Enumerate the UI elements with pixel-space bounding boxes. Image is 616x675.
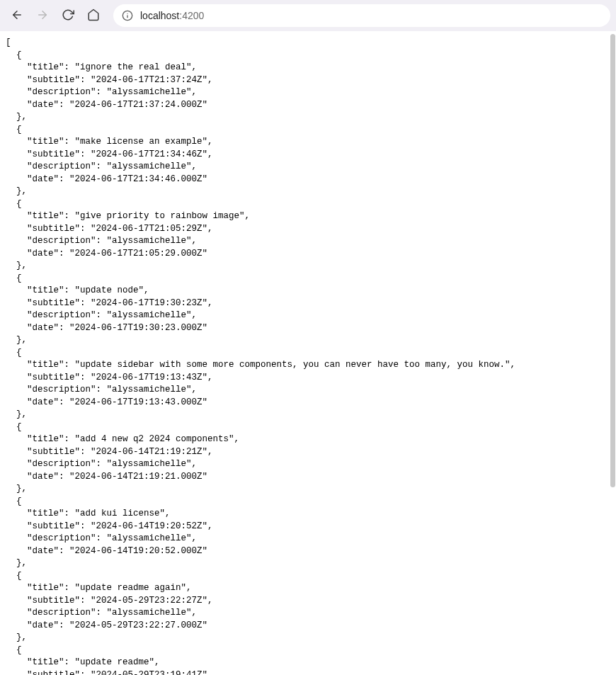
browser-toolbar: localhost:4200 (0, 0, 616, 31)
address-bar[interactable]: localhost:4200 (113, 4, 610, 27)
back-button[interactable] (6, 4, 28, 27)
home-button[interactable] (82, 4, 105, 27)
address-text: localhost:4200 (140, 10, 204, 21)
reload-button[interactable] (57, 4, 79, 27)
home-icon (87, 8, 100, 23)
forward-button[interactable] (31, 4, 54, 27)
reload-icon (62, 8, 74, 23)
scrollbar-thumb[interactable] (610, 34, 615, 487)
info-icon (122, 10, 133, 21)
json-response-body: [ { "title": "ignore the real deal", "su… (0, 31, 616, 675)
arrow-left-icon (11, 8, 23, 23)
arrow-right-icon (36, 8, 49, 23)
